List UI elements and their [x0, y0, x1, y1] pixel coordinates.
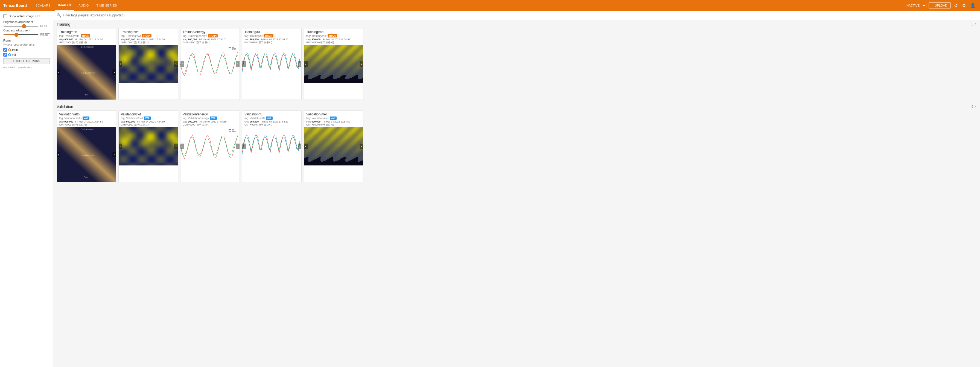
card-meta: step 900,000 Fri Mar 04 2022 17:54:50 GM…	[121, 38, 175, 44]
upload-button[interactable]: ↑ UPLOAD	[929, 2, 951, 8]
runs-filter-label: Write a regex to filter runs	[3, 43, 50, 46]
card-header: Validation/mel tag: Validation/mel VAL s…	[304, 111, 363, 127]
card-title: Training/cwt	[121, 30, 175, 34]
card-meta: step 900,000 Fri Mar 04 2022 17:54:50 GM…	[245, 38, 299, 44]
run-train-name: train	[12, 48, 18, 51]
run-val-checkbox[interactable]	[3, 53, 7, 57]
brightness-slider[interactable]	[3, 26, 38, 27]
card-prev-button[interactable]: ‹	[304, 61, 308, 67]
card-badge: VAL	[210, 116, 217, 120]
validation-section-count[interactable]: 5 ∧	[972, 105, 977, 108]
card-prev-button[interactable]: ‹	[119, 144, 122, 149]
card-image-area: ‹ ›	[180, 127, 240, 165]
app-logo: TensorBoard	[3, 3, 27, 8]
card-next-button[interactable]: ›	[236, 61, 240, 67]
card-prev-button[interactable]: ‹	[180, 61, 184, 67]
card-next-button[interactable]: ›	[298, 144, 301, 149]
card-header: Training/mel tag: Training/mel TRAIN ste…	[304, 29, 363, 45]
card-training-mel: Training/mel tag: Training/mel TRAIN ste…	[304, 28, 363, 100]
card-canvas	[119, 127, 178, 165]
card-canvas	[119, 45, 178, 83]
validation-section-title: Validation	[57, 105, 73, 109]
card-training-cwt: Training/cwt tag: Training/cwt TRAIN ste…	[118, 28, 178, 100]
card-canvas	[180, 45, 240, 83]
show-actual-size-label: Show actual image size	[9, 14, 40, 18]
card-title: Training/energy	[183, 30, 237, 34]
card-validation-f0: Validation/f0 tag: Validation/f0 VAL ste…	[242, 111, 302, 182]
card-next-button[interactable]: ›	[174, 61, 178, 67]
card-next-button[interactable]: ›	[360, 61, 363, 67]
card-canvas	[242, 127, 301, 165]
run-val-name: val	[12, 53, 16, 56]
tab-time-series[interactable]: TIME SERIES	[93, 0, 120, 11]
card-validation-cwt: Validation/cwt tag: Validation/cwt VAL s…	[118, 111, 178, 182]
card-image-area: ‹ ›	[57, 127, 116, 182]
toggle-all-runs-button[interactable]: TOGGLE ALL RUNS	[3, 58, 50, 64]
main-layout: Show actual image size Brightness adjust…	[0, 11, 980, 367]
card-tag-label: tag: Validation/mel	[306, 117, 329, 120]
card-prev-button[interactable]: ‹	[180, 144, 184, 149]
card-next-button[interactable]: ›	[112, 152, 116, 157]
card-validation-mel: Validation/mel tag: Validation/mel VAL s…	[304, 111, 363, 182]
account-button[interactable]: 👤	[969, 2, 977, 9]
run-train-checkbox[interactable]	[3, 48, 7, 52]
card-badge: VAL	[330, 116, 337, 120]
card-tag-row: tag: Validation/mel VAL	[306, 116, 361, 120]
nav-right-actions: INACTIVE ↑ UPLOAD ↺ ⚙ 👤	[902, 2, 977, 9]
training-section-title: Training	[57, 22, 70, 27]
top-navigation: TensorBoard SCALARS IMAGES AUDIO TIME SE…	[0, 0, 980, 11]
card-tag-label: tag: Training/energy	[183, 35, 207, 38]
card-next-button[interactable]: ›	[236, 144, 240, 149]
show-actual-size-checkbox[interactable]	[3, 14, 7, 18]
inactive-select[interactable]: INACTIVE	[902, 3, 926, 8]
tab-scalars[interactable]: SCALARS	[32, 0, 54, 11]
tab-audio[interactable]: AUDIO	[75, 0, 92, 11]
card-image-area: ‹ ›	[57, 45, 116, 100]
card-header: Validation/attn tag: Validation/attn VAL…	[57, 111, 116, 127]
card-canvas	[242, 45, 301, 83]
card-tag-label: tag: Validation/cwt	[121, 117, 143, 120]
content-area: 🔍 Training 5 ∧ Training/attn tag: Traini…	[53, 11, 980, 367]
search-input[interactable]	[63, 13, 977, 17]
card-image-area: ‹ ›	[242, 45, 301, 83]
card-image-area: ‹ ›	[304, 127, 363, 165]
card-canvas	[304, 127, 363, 165]
card-header: Training/energy tag: Training/energy TRA…	[180, 29, 240, 45]
card-training-energy: Training/energy tag: Training/energy TRA…	[180, 28, 240, 100]
card-prev-button[interactable]: ‹	[242, 61, 246, 67]
card-tag-row: tag: Validation/f0 VAL	[245, 116, 299, 120]
card-next-button[interactable]: ›	[298, 61, 301, 67]
search-icon: 🔍	[57, 13, 61, 17]
card-next-button[interactable]: ›	[360, 144, 363, 149]
settings-button[interactable]: ⚙	[961, 2, 967, 9]
training-cards-grid: Training/attn tag: Training/attn TRAIN s…	[57, 28, 977, 100]
brightness-reset[interactable]: RESET	[40, 25, 50, 28]
contrast-reset[interactable]: RESET	[40, 33, 50, 36]
tab-images[interactable]: IMAGES	[55, 0, 74, 11]
card-prev-button[interactable]: ‹	[304, 144, 308, 149]
run-val-dot	[8, 53, 11, 56]
card-next-button[interactable]: ›	[112, 70, 116, 75]
card-image-area: ‹ ›	[180, 45, 240, 83]
card-prev-button[interactable]: ‹	[57, 152, 60, 157]
card-prev-button[interactable]: ‹	[119, 61, 122, 67]
card-tag-label: tag: Training/f0	[245, 35, 262, 38]
brightness-row: RESET	[3, 25, 50, 28]
card-badge: TRAIN	[328, 34, 337, 38]
show-actual-size-row: Show actual image size	[3, 14, 50, 18]
card-meta: step 900,000 Fri Mar 04 2022 17:54:50 GM…	[59, 38, 114, 44]
training-section-count[interactable]: 5 ∧	[972, 22, 977, 26]
card-title: Training/f0	[245, 30, 299, 34]
refresh-button[interactable]: ↺	[953, 2, 959, 9]
contrast-slider[interactable]	[3, 34, 38, 35]
card-prev-button[interactable]: ‹	[242, 144, 246, 149]
card-header: Validation/cwt tag: Validation/cwt VAL s…	[119, 111, 178, 127]
card-meta: step 900,000 Fri Mar 04 2022 17:54:59 GM…	[306, 120, 361, 127]
card-header: Validation/f0 tag: Validation/f0 VAL ste…	[242, 111, 301, 127]
card-title: Validation/f0	[245, 113, 299, 116]
card-next-button[interactable]: ›	[174, 144, 178, 149]
card-header: Training/attn tag: Training/attn TRAIN s…	[57, 29, 116, 45]
run-row-val: val	[3, 53, 50, 57]
card-validation-attn: Validation/attn tag: Validation/attn VAL…	[57, 111, 116, 182]
card-prev-button[interactable]: ‹	[57, 70, 60, 75]
